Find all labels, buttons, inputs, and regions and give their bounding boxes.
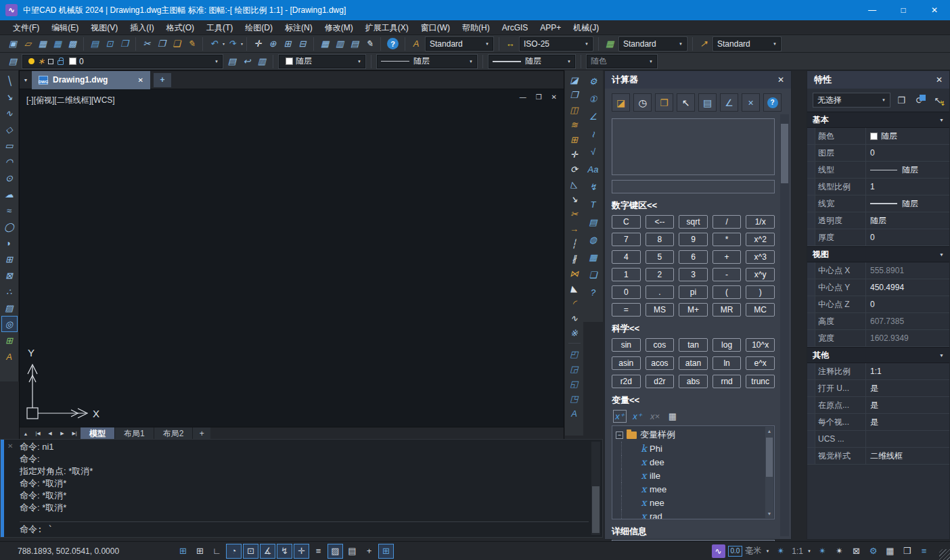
menu-item[interactable]: 编辑(E) [45, 20, 85, 35]
menu-item[interactable]: 插入(I) [124, 20, 160, 35]
paste-icon[interactable]: ❏ [169, 37, 184, 51]
break-icon[interactable]: ∦ [566, 251, 583, 266]
select-objects-icon[interactable]: ⟳ [912, 93, 927, 108]
scale-icon[interactable]: ◺ [566, 177, 583, 191]
object-snap-icon[interactable]: ⊡ [243, 544, 258, 559]
property-row[interactable]: 线型比例1 [807, 179, 949, 195]
ellipse-icon[interactable]: ◯ [1, 218, 18, 235]
lineweight-combo[interactable]: 随层▼ [489, 55, 575, 68]
grid-icon[interactable]: ⊞ [175, 544, 191, 559]
calc-key[interactable]: 4 [612, 250, 641, 264]
variable-folder-row[interactable]: − 变量样例 [616, 428, 763, 442]
detail-view-icon[interactable]: ① [585, 90, 602, 108]
section-other-header[interactable]: 其他▼ [807, 347, 949, 363]
open-icon[interactable]: ▱ [20, 37, 35, 51]
layout-nav-button[interactable]: ▲ [20, 427, 32, 440]
plot-style-combo[interactable]: 随色▼ [587, 55, 657, 68]
fullscreen-icon[interactable]: ❒ [899, 544, 915, 559]
property-row[interactable]: 打开 U...是 [807, 380, 949, 397]
calc-sci-key[interactable]: rnd [712, 375, 742, 388]
plot-preview-icon[interactable]: ⊡ [102, 37, 117, 51]
array-icon[interactable]: ⊞ [566, 132, 583, 147]
maximize-button[interactable]: □ [888, 0, 919, 20]
calc-key[interactable]: x^3 [746, 250, 775, 264]
property-row[interactable]: UCS ... [807, 431, 949, 448]
property-row[interactable]: 线宽随层 [807, 195, 949, 212]
command-scrollbar[interactable] [591, 442, 600, 535]
weld-symbol-icon[interactable]: ↯ [585, 178, 602, 195]
sheet-list-icon[interactable]: ▤ [347, 37, 362, 51]
menu-item[interactable]: 格式(O) [160, 20, 200, 35]
region-icon[interactable]: ◎ [1, 316, 18, 332]
variable-item[interactable]: xnee [621, 496, 763, 509]
bom-table-icon[interactable]: ▦ [585, 248, 602, 266]
property-row[interactable]: 中心点 X555.8901 [807, 262, 949, 279]
create-block-icon[interactable]: ⊠ [1, 267, 18, 283]
property-row[interactable]: 宽度1602.9349 [807, 330, 949, 347]
variable-item[interactable]: kPhi [621, 442, 763, 455]
scientific-section-header[interactable]: 科学<< [612, 323, 775, 335]
text-to-front-icon[interactable]: A [566, 406, 583, 421]
property-row[interactable]: 中心点 Z0 [807, 296, 949, 313]
calc-history-icon[interactable]: ◷ [633, 93, 652, 112]
quick-properties-icon[interactable]: ▤ [344, 544, 360, 559]
auto-snap-icon[interactable]: ↯ [277, 544, 292, 559]
properties-close-icon[interactable]: ✕ [936, 75, 943, 85]
annotation-scale-icon[interactable]: ✴ [773, 544, 788, 559]
layer-previous-icon[interactable]: ↩ [240, 54, 254, 69]
minimize-button[interactable]: — [857, 0, 888, 20]
calc-key[interactable]: 5 [646, 250, 675, 264]
section-view-header[interactable]: 视图▼ [807, 246, 949, 262]
unlock-icon[interactable] [58, 60, 64, 65]
centerline-icon[interactable]: ≀ [585, 125, 602, 143]
calc-help-icon[interactable]: ? [763, 93, 782, 112]
calc-key[interactable]: 3 [679, 268, 708, 281]
line-icon[interactable]: ╲ [1, 72, 18, 89]
property-row[interactable]: 在原点...是 [807, 397, 949, 414]
units-label[interactable]: 毫米 [745, 545, 761, 557]
doc-close-button[interactable]: ✕ [551, 93, 557, 101]
calc-key[interactable]: pi [679, 285, 708, 299]
calc-sci-key[interactable]: acos [646, 356, 675, 370]
explode-icon[interactable]: ※ [566, 325, 583, 340]
layer-manager-icon[interactable]: ▤ [5, 54, 20, 69]
performance-icon[interactable]: ▦ [882, 544, 898, 559]
menu-item[interactable]: 修改(M) [319, 20, 359, 35]
doc-restore-button[interactable]: ❐ [536, 93, 542, 101]
viewport-controls[interactable]: [-][俯视][二维线框][WCS] [26, 95, 115, 106]
quick-calc-palette-icon[interactable]: ▦ [317, 37, 332, 51]
dim-text-icon[interactable]: Aa [585, 160, 602, 178]
calc-key[interactable]: <-- [646, 215, 675, 229]
calc-key[interactable]: 9 [679, 233, 708, 246]
rectangle-icon[interactable]: ▭ [1, 137, 18, 154]
layout-tab[interactable]: 布局2 [154, 427, 194, 440]
menu-item[interactable]: ArcGIS [496, 20, 535, 35]
units-dropdown[interactable]: ▼ [765, 549, 769, 553]
property-row[interactable]: 中心点 Y450.4994 [807, 279, 949, 296]
calc-sci-key[interactable]: atan [679, 356, 708, 370]
property-row[interactable]: 注释比例1:1 [807, 363, 949, 380]
erase-icon[interactable]: ◪ [566, 72, 583, 87]
drawing-tab[interactable]: DWG Drawing1.dwg ✕ [32, 71, 150, 89]
calc-key[interactable]: . [646, 285, 675, 299]
mech-settings-icon[interactable]: ⚙ [585, 72, 602, 90]
add-layout-button[interactable]: + [193, 427, 210, 440]
linetype-combo[interactable]: 随层▼ [377, 55, 477, 68]
send-under-icon[interactable]: ◳ [566, 391, 583, 406]
calc-key[interactable]: M+ [679, 303, 708, 317]
snap-icon[interactable]: ⊞ [192, 544, 208, 559]
zoom-previous-icon[interactable]: ⊟ [295, 37, 310, 51]
calc-sci-key[interactable]: d2r [646, 375, 675, 388]
calc-sci-key[interactable]: ln [712, 356, 742, 370]
calc-key[interactable]: = [612, 303, 641, 317]
calc-paste-icon[interactable]: ❐ [655, 93, 673, 112]
variable-item[interactable]: xdee [621, 455, 763, 469]
numpad-section-header[interactable]: 数字键区<< [612, 200, 775, 212]
layout-nav-button[interactable]: ▶ [56, 427, 68, 440]
menu-item[interactable]: APP+ [534, 20, 567, 35]
command-input[interactable]: 命令: ` [20, 521, 589, 536]
layer-states-icon[interactable]: ▤ [225, 54, 240, 69]
layout-tab[interactable]: 布局1 [115, 427, 154, 440]
calc-sci-key[interactable]: log [712, 338, 742, 352]
viewport-freeze-icon[interactable] [48, 59, 53, 64]
